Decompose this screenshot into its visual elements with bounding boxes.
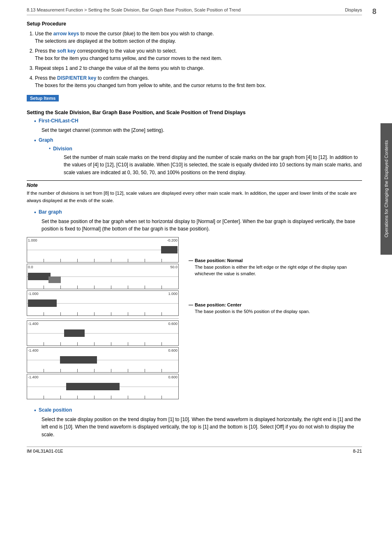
- annotation-center: — Base position: Center The base positio…: [189, 302, 362, 315]
- footer-left: IM 04L31A01-01E: [27, 449, 63, 454]
- bar-graph-annotations: — Base position: Normal The base positio…: [189, 237, 362, 323]
- scale-position-label: Scale position: [39, 407, 72, 413]
- division-desc: Set the number of main scale marks on th…: [64, 154, 362, 177]
- graph-bullet: • Graph: [34, 137, 362, 144]
- bar-graph-5: -1.400 0.600: [27, 347, 179, 373]
- note-title: Note: [27, 182, 362, 188]
- soft-key-link: soft key: [57, 48, 76, 54]
- bar-graph-label: Bar graph: [39, 209, 62, 215]
- side-tab: Operations for Changing the Displayed Co…: [380, 123, 392, 255]
- bar-graph-6: -1.400 0.600: [27, 374, 179, 399]
- note-box: Note If the number of divisions is set f…: [27, 180, 362, 204]
- graph-section: • Graph • Division Set the number of mai…: [34, 137, 362, 176]
- section-number: 8: [372, 7, 376, 16]
- setup-procedure-title: Setup Procedure: [27, 21, 362, 27]
- division-section: • Division Set the number of main scale …: [49, 146, 362, 176]
- scale-position-section: • Scale position Select the scale displa…: [34, 407, 362, 439]
- division-bullet: • Division: [49, 146, 362, 152]
- annotation-normal-desc: The base position is either the left edg…: [195, 265, 347, 276]
- step-4: Press the DISP/ENTER key to confirm the …: [35, 74, 362, 89]
- bar-graphs-container: 1.000 -0.200 0.0 50.0: [27, 237, 362, 401]
- main-content: 8.13 Measurement Function > Setting the …: [0, 0, 380, 555]
- step-3: Repeat steps 1 and 2 to change the value…: [35, 64, 362, 72]
- annotation-normal: — Base position: Normal The base positio…: [189, 258, 362, 277]
- annotation-center-desc: The base position is the 50% position of…: [195, 309, 310, 314]
- bar-graph-4: -1.400 0.600: [27, 320, 179, 346]
- arrow-keys-link: arrow keys: [53, 31, 79, 37]
- setting-heading: Setting the Scale Division, Bar Graph Ba…: [27, 110, 362, 115]
- note-text: If the number of divisions is set from […: [27, 190, 362, 204]
- bar-graph-desc: Set the base position of the bar graph w…: [42, 218, 362, 233]
- annotation-normal-title: Base position: Normal: [195, 258, 243, 263]
- first-ch-desc: Set the target channel (common with the …: [42, 127, 362, 134]
- scale-position-bullet: • Scale position: [34, 407, 362, 414]
- bar-graph-3: -1.000 1.000: [27, 290, 179, 316]
- scale-position-desc: Select the scale display position on the…: [42, 416, 362, 439]
- bar-graph-section: • Bar graph Set the base position of the…: [34, 209, 362, 233]
- header-left: 8.13 Measurement Function > Setting the …: [27, 7, 241, 12]
- setup-items-badge: Setup Items: [27, 95, 59, 101]
- step-2: Press the soft key corresponding to the …: [35, 47, 362, 62]
- division-label: Division: [53, 146, 72, 152]
- graph-label: Graph: [39, 137, 53, 143]
- page-footer: IM 04L31A01-01E 8-21: [27, 447, 362, 454]
- bar-graph-1: 1.000 -0.200: [27, 237, 179, 263]
- footer-right: 8-21: [353, 449, 362, 454]
- first-ch-label: First-CH/Last-CH: [39, 118, 78, 124]
- bar-graph-bullet: • Bar graph: [34, 209, 362, 216]
- header-right: Displays: [345, 7, 362, 12]
- disp-enter-key-link: DISP/ENTER key: [57, 75, 96, 81]
- first-ch-bullet: • First-CH/Last-CH: [34, 118, 362, 125]
- setup-steps-list: Use the arrow keys to move the cursor (b…: [35, 30, 362, 89]
- page-header: 8.13 Measurement Function > Setting the …: [27, 7, 362, 15]
- step-1: Use the arrow keys to move the cursor (b…: [35, 30, 362, 45]
- annotation-center-title: Base position: Center: [195, 302, 242, 307]
- page-wrapper: Operations for Changing the Displayed Co…: [0, 0, 392, 555]
- bar-graph-2: 0.0 50.0: [27, 264, 179, 289]
- bar-graphs-left: 1.000 -0.200 0.0 50.0: [27, 237, 183, 401]
- first-ch-section: • First-CH/Last-CH Set the target channe…: [34, 118, 362, 134]
- setup-items-section: Setup Items: [27, 95, 362, 106]
